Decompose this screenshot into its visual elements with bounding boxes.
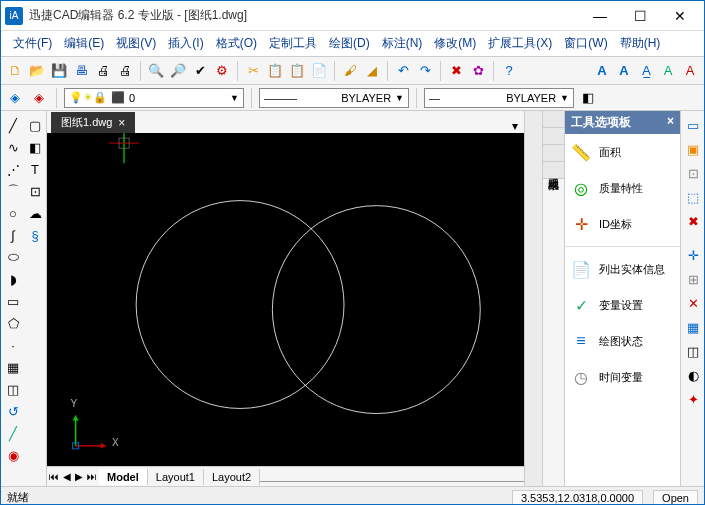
text-icon[interactable]: T [25, 159, 45, 179]
menu-item-6[interactable]: 绘图(D) [325, 33, 374, 54]
paste-icon[interactable]: 📋 [287, 61, 307, 81]
saveall-icon[interactable]: 🖶 [71, 61, 91, 81]
zoom-icon[interactable]: 🔎 [168, 61, 188, 81]
layer-icon[interactable]: ◈ [5, 88, 25, 108]
menu-item-3[interactable]: 插入(I) [164, 33, 207, 54]
earc-icon[interactable]: ◗ [3, 269, 23, 289]
palette-item-6[interactable]: ◷时间变量 [565, 359, 680, 395]
print-icon[interactable]: 🖨 [93, 61, 113, 81]
palette-close-icon[interactable]: × [667, 114, 674, 131]
new-icon[interactable]: 🗋 [5, 61, 25, 81]
mline-icon[interactable]: ⋰ [3, 159, 23, 179]
color-btn[interactable]: ◧ [578, 88, 598, 108]
save-icon[interactable]: 💾 [49, 61, 69, 81]
layout-tab-model[interactable]: Model [99, 469, 148, 485]
layout-next[interactable]: ▶ [73, 471, 85, 482]
delete-icon[interactable]: ✖ [446, 61, 466, 81]
menu-item-0[interactable]: 文件(F) [9, 33, 56, 54]
trim-icon[interactable]: ✛ [683, 245, 703, 265]
layer-combo[interactable]: 💡☀🔒⬛ 0 ▼ [64, 88, 244, 108]
text-a2-icon[interactable]: A [614, 61, 634, 81]
explode-icon[interactable]: ✦ [683, 389, 703, 409]
ellipse-icon[interactable]: ⬭ [3, 247, 23, 267]
poly-icon[interactable]: ⬠ [3, 313, 23, 333]
menu-item-5[interactable]: 定制工具 [265, 33, 321, 54]
copy2-icon[interactable]: ▣ [683, 139, 703, 159]
tool-icon[interactable]: ⚙ [212, 61, 232, 81]
rotate-icon[interactable]: ⊡ [683, 163, 703, 183]
close-button[interactable]: ✕ [660, 2, 700, 30]
text-ar-icon[interactable]: A [680, 61, 700, 81]
text-a1-icon[interactable]: A [592, 61, 612, 81]
extend-icon[interactable]: ⊞ [683, 269, 703, 289]
sketch-icon[interactable]: § [25, 225, 45, 245]
palette-item-3[interactable]: 📄列出实体信息 [565, 251, 680, 287]
doc-tab-close[interactable]: × [118, 116, 125, 130]
palette-item-0[interactable]: 📏面积 [565, 134, 680, 170]
sidetab-query[interactable]: 查询 [543, 128, 564, 145]
wipe-icon[interactable]: ⊡ [25, 181, 45, 201]
eraser-icon[interactable]: ◢ [362, 61, 382, 81]
fillet-icon[interactable]: ◐ [683, 365, 703, 385]
menu-item-9[interactable]: 扩展工具(X) [484, 33, 556, 54]
sidetab-modify[interactable]: 修改 [543, 111, 564, 128]
region-icon[interactable]: ◫ [3, 379, 23, 399]
ltype-combo[interactable]: ———BYLAYER▼ [259, 88, 409, 108]
lweight-combo[interactable]: —BYLAYER▼ [424, 88, 574, 108]
layers-icon[interactable]: ◈ [29, 88, 49, 108]
preview-icon[interactable]: 🖨 [115, 61, 135, 81]
copy-icon[interactable]: 📋 [265, 61, 285, 81]
xline-icon[interactable]: ╱ [3, 423, 23, 443]
palette-item-4[interactable]: ✓变量设置 [565, 287, 680, 323]
point-icon[interactable]: · [3, 335, 23, 355]
arc-icon[interactable]: ⌒ [3, 181, 23, 201]
brush-icon[interactable]: 🖌 [340, 61, 360, 81]
find-icon[interactable]: 🔍 [146, 61, 166, 81]
sidetab-view[interactable]: 视图 [543, 145, 564, 162]
layout-tab-2[interactable]: Layout2 [204, 469, 260, 485]
cloud-icon[interactable]: ☁ [25, 203, 45, 223]
scale-icon[interactable]: ⬚ [683, 187, 703, 207]
maximize-button[interactable]: ☐ [620, 2, 660, 30]
menu-item-1[interactable]: 编辑(E) [60, 33, 108, 54]
mirror-icon[interactable]: ✖ [683, 211, 703, 231]
menu-item-2[interactable]: 视图(V) [112, 33, 160, 54]
text-ac-icon[interactable]: A [658, 61, 678, 81]
redo-icon[interactable]: ↷ [415, 61, 435, 81]
move-icon[interactable]: ▭ [683, 115, 703, 135]
insert-icon[interactable]: ◧ [25, 137, 45, 157]
spline-icon[interactable]: ∫ [3, 225, 23, 245]
menu-item-10[interactable]: 窗口(W) [560, 33, 611, 54]
block-icon[interactable]: ▢ [25, 115, 45, 135]
line-icon[interactable]: ╱ [3, 115, 23, 135]
settings-icon[interactable]: ✿ [468, 61, 488, 81]
undo-icon[interactable]: ↶ [393, 61, 413, 81]
menu-item-4[interactable]: 格式(O) [212, 33, 261, 54]
palette-item-2[interactable]: ✛ID坐标 [565, 206, 680, 242]
minimize-button[interactable]: — [580, 2, 620, 30]
hatch-icon[interactable]: ▦ [3, 357, 23, 377]
cut-icon[interactable]: ✂ [243, 61, 263, 81]
help-icon[interactable]: ? [499, 61, 519, 81]
ray-icon[interactable]: ↺ [3, 401, 23, 421]
clipboard-icon[interactable]: 📄 [309, 61, 329, 81]
sidetab-3d[interactable]: 三维动观察 [543, 162, 564, 179]
vertical-scrollbar[interactable] [524, 111, 542, 486]
array-icon[interactable]: ▦ [683, 317, 703, 337]
offset-icon[interactable]: ◫ [683, 341, 703, 361]
text-as-icon[interactable]: A̲ [636, 61, 656, 81]
spellcheck-icon[interactable]: ✔ [190, 61, 210, 81]
drawing-canvas[interactable]: X Y [47, 133, 524, 466]
menu-item-7[interactable]: 标注(N) [378, 33, 427, 54]
pline-icon[interactable]: ∿ [3, 137, 23, 157]
circle-icon[interactable]: ○ [3, 203, 23, 223]
layout-last[interactable]: ⏭ [85, 471, 99, 482]
donut-icon[interactable]: ◉ [3, 445, 23, 465]
open-icon[interactable]: 📂 [27, 61, 47, 81]
status-open[interactable]: Open [653, 490, 698, 506]
palette-item-1[interactable]: ◎质量特性 [565, 170, 680, 206]
layout-prev[interactable]: ◀ [61, 471, 73, 482]
menu-item-8[interactable]: 修改(M) [430, 33, 480, 54]
layout-first[interactable]: ⏮ [47, 471, 61, 482]
doc-tab[interactable]: 图纸1.dwg × [51, 112, 135, 133]
